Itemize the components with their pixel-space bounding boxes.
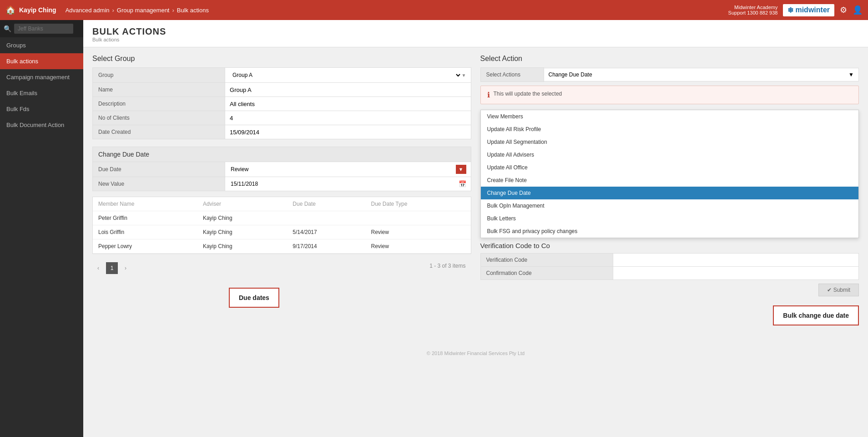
verification-title: Verification Code to Co xyxy=(480,242,859,249)
num-clients-label: No of Clients xyxy=(93,111,225,125)
dropdown-menu: View Members Update All Risk Profile Upd… xyxy=(480,110,859,238)
group-select[interactable]: Group A xyxy=(230,71,462,80)
table-header-row: Member Name Adviser Due Date Due Date Ty… xyxy=(93,197,471,211)
select-actions-dropdown[interactable]: Change Due Date ▼ xyxy=(544,68,859,81)
items-count: 1 - 3 of 3 items xyxy=(424,260,471,272)
num-clients-value: 4 xyxy=(225,111,471,125)
menu-item-update-office[interactable]: Update All Office xyxy=(481,161,859,174)
menu-item-bulk-optin[interactable]: Bulk OpIn Management xyxy=(481,199,859,212)
menu-item-update-risk[interactable]: Update All Risk Profile xyxy=(481,123,859,136)
member-name-2: Lois Griffin xyxy=(93,225,197,239)
submit-label: Submit xyxy=(833,287,850,293)
new-value-input[interactable] xyxy=(230,180,458,188)
name-value: Group A xyxy=(225,83,471,97)
menu-item-update-segmentation[interactable]: Update All Segmentation xyxy=(481,136,859,148)
review-dropdown-icon[interactable]: ▼ xyxy=(456,165,466,174)
select-actions-label: Select Actions xyxy=(480,67,544,82)
num-clients-row: No of Clients 4 xyxy=(93,111,471,125)
sidebar-item-bulk-fds[interactable]: Bulk Fds xyxy=(0,101,83,117)
submit-row: ✔ Submit xyxy=(480,284,859,296)
top-nav-right: Midwinter Academy Support 1300 882 938 ❄… xyxy=(728,4,863,16)
date-created-row: Date Created 15/09/2014 xyxy=(93,125,471,139)
submit-button[interactable]: ✔ Submit xyxy=(818,284,859,296)
menu-item-bulk-letters[interactable]: Bulk Letters xyxy=(481,212,859,225)
home-icon[interactable]: 🏠 xyxy=(5,5,15,15)
menu-item-update-advisers[interactable]: Update All Advisers xyxy=(481,148,859,161)
due-dates-box: Due dates xyxy=(229,288,279,308)
page-1-btn[interactable]: 1 xyxy=(106,262,118,274)
main-content: BULK ACTIONS Bulk actions Select Group G… xyxy=(83,20,868,437)
midwinter-logo: ❄ midwinter xyxy=(783,4,834,16)
adviser-1: Kayip Ching xyxy=(197,211,287,225)
alert-text: This will update the selected xyxy=(494,91,562,97)
sidebar-item-bulk-document[interactable]: Bulk Document Action xyxy=(0,117,83,133)
search-icon: 🔍 xyxy=(4,25,11,32)
new-value-value: 📅 xyxy=(225,177,471,191)
search-input[interactable] xyxy=(14,24,73,34)
due-date-type-2: Review xyxy=(365,225,470,239)
user-icon[interactable]: 👤 xyxy=(853,5,863,15)
due-date-value: ▼ xyxy=(225,162,471,177)
alert-box: ℹ This will update the selected xyxy=(480,86,859,104)
next-page-btn[interactable]: › xyxy=(120,262,131,274)
prev-page-btn[interactable]: ‹ xyxy=(92,262,104,274)
date-created-label: Date Created xyxy=(93,125,225,139)
dropdown-arrow-icon: ▼ xyxy=(848,71,854,78)
sidebar-search: 🔍 xyxy=(0,20,83,37)
change-due-date-title: Change Due Date xyxy=(92,147,471,162)
col-member-name: Member Name xyxy=(93,197,197,211)
sidebar-item-groups[interactable]: Groups xyxy=(0,37,83,53)
confirmation-code-label: Confirmation Code xyxy=(480,267,613,280)
menu-item-create-file-note[interactable]: Create File Note xyxy=(481,174,859,187)
breadcrumb-bulk-actions[interactable]: Bulk actions xyxy=(177,7,209,14)
verification-code-input[interactable] xyxy=(619,257,853,263)
due-date-1 xyxy=(287,211,365,225)
group-form-table: Group Group A ▼ Name Group A xyxy=(92,67,471,139)
verification-code-label: Verification Code xyxy=(480,254,613,267)
sidebar-item-bulk-actions[interactable]: Bulk actions xyxy=(0,53,83,69)
submit-icon: ✔ xyxy=(827,287,832,293)
left-panel: Select Group Group Group A ▼ xyxy=(92,55,471,338)
change-due-date-section: Change Due Date Due Date ▼ xyxy=(92,147,471,191)
member-table: Member Name Adviser Due Date Due Date Ty… xyxy=(93,197,471,254)
due-date-3: 9/17/2014 xyxy=(287,239,365,254)
right-panel: Select Action Select Actions Change Due … xyxy=(480,55,859,338)
page-title: BULK ACTIONS xyxy=(92,26,859,37)
content-area: Select Group Group Group A ▼ xyxy=(83,47,868,345)
sidebar-item-campaign-management[interactable]: Campaign management xyxy=(0,69,83,85)
description-row: Description All clients xyxy=(93,97,471,111)
sidebar-item-campaign-management-label: Campaign management xyxy=(6,74,70,81)
settings-icon[interactable]: ⚙ xyxy=(840,5,847,15)
col-due-date-type: Due Date Type xyxy=(365,197,470,211)
menu-item-change-due-date[interactable]: Change Due Date xyxy=(481,187,859,199)
due-dates-annotation: Due dates xyxy=(229,288,279,308)
due-date-row: Due Date ▼ xyxy=(93,162,471,177)
pagination-row: ‹ 1 › 1 - 3 of 3 items xyxy=(92,258,471,274)
member-name-3: Pepper Lowry xyxy=(93,239,197,254)
due-date-input[interactable] xyxy=(230,165,456,173)
sidebar-item-bulk-actions-label: Bulk actions xyxy=(6,58,38,65)
menu-item-bulk-fsg[interactable]: Bulk FSG and privacy policy changes xyxy=(481,225,859,238)
menu-item-view-members[interactable]: View Members xyxy=(481,110,859,123)
confirmation-code-input[interactable] xyxy=(619,270,853,276)
table-row: Pepper Lowry Kayip Ching 9/17/2014 Revie… xyxy=(93,239,471,254)
breadcrumb-group-management[interactable]: Group management xyxy=(117,7,170,14)
due-date-form-table: Due Date ▼ New Value xyxy=(92,162,471,191)
annotation-area: Due dates xyxy=(92,283,471,338)
page-footer: © 2018 Midwinter Financial Services Pty … xyxy=(83,345,868,361)
calendar-icon[interactable]: 📅 xyxy=(459,180,466,188)
sidebar-item-bulk-emails[interactable]: Bulk Emails xyxy=(0,85,83,101)
group-select-container[interactable]: Group A ▼ xyxy=(230,71,466,80)
due-date-type-1 xyxy=(365,211,470,225)
group-label: Group xyxy=(93,68,225,83)
breadcrumb-advanced-admin[interactable]: Advanced admin xyxy=(66,7,110,14)
name-row: Name Group A xyxy=(93,83,471,97)
breadcrumb-sep-2: › xyxy=(172,7,174,14)
support-info: Support 1300 882 938 xyxy=(728,10,778,15)
selected-action-value: Change Due Date xyxy=(549,71,592,78)
name-label: Name xyxy=(93,83,225,97)
sidebar-item-bulk-fds-label: Bulk Fds xyxy=(6,106,30,112)
date-created-value: 15/09/2014 xyxy=(225,125,471,139)
verification-code-value xyxy=(613,254,858,267)
sidebar: 🔍 Groups Bulk actions Campaign managemen… xyxy=(0,20,83,437)
